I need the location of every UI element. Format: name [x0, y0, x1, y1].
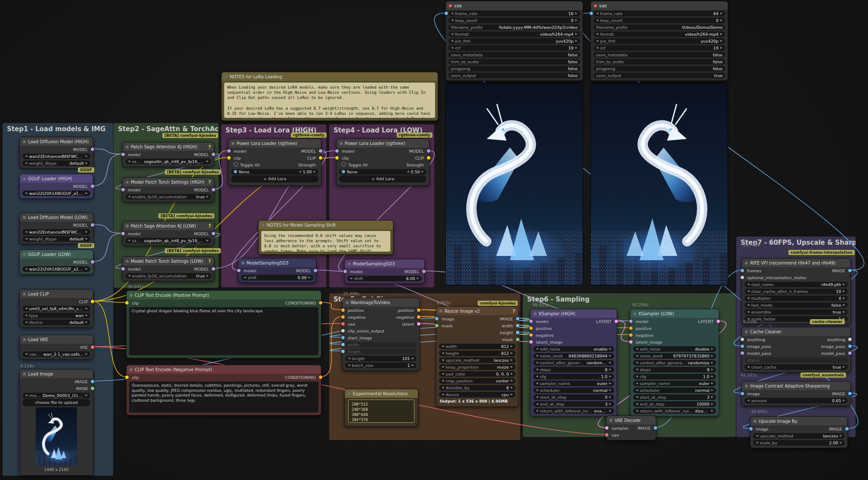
- node-model-sampling-sd3-low[interactable]: ModelSamplingSD3modelMODEL◀shift8.00▶: [344, 259, 425, 284]
- decrement-arrow-icon[interactable]: ◀: [636, 347, 638, 351]
- increment-arrow-icon[interactable]: ▶: [609, 368, 612, 371]
- output-port[interactable]: [848, 268, 852, 273]
- increment-arrow-icon[interactable]: ▶: [840, 434, 842, 437]
- widget-add_noise[interactable]: ◀add_noiseenable▶: [533, 346, 614, 352]
- increment-arrow-icon[interactable]: ▶: [86, 320, 88, 324]
- widget-save_metadata[interactable]: save_metadatafalse: [448, 52, 580, 58]
- lora-slot[interactable]: None◀0.50▶: [339, 169, 426, 175]
- widget-clear_cache_after_n_frames[interactable]: ◀clear_cache_after_n_frames10▶: [744, 289, 848, 294]
- widget-trim_to_audio[interactable]: trim_to_audiofalse: [448, 59, 580, 65]
- decrement-arrow-icon[interactable]: ◀: [636, 388, 638, 392]
- widget-start_at_step[interactable]: ◀start_at_step3▶: [633, 394, 716, 400]
- node-title-bar[interactable]: KSampler (HIGH): [531, 309, 617, 318]
- input-port[interactable]: [227, 156, 231, 160]
- widget-value[interactable]: ◀wan22I2VA14BGGUF_a14bLow...▶: [22, 266, 90, 272]
- widget-upscale_method[interactable]: ◀upscale_methodlanczos▶: [753, 433, 845, 439]
- widget-crf[interactable]: ◀crf19▶: [448, 45, 580, 51]
- node-model-patch-torch-low[interactable]: Model Patch Torch Settings (LOW)?modelMO…: [122, 256, 214, 281]
- input-port[interactable]: [529, 340, 533, 344]
- node-clip-text-encode-positive[interactable]: CLIP Text Encode (Positive Prompt)clipCO…: [126, 290, 321, 358]
- node-power-lora-loader-high[interactable]: Power Lora Loader (rgthree)modelMODELcli…: [228, 138, 321, 186]
- decrement-arrow-icon[interactable]: ◀: [596, 32, 598, 36]
- decrement-arrow-icon[interactable]: ◀: [128, 160, 130, 163]
- increment-arrow-icon[interactable]: ▶: [86, 191, 88, 195]
- output-port[interactable]: [318, 149, 323, 153]
- increment-arrow-icon[interactable]: ▶: [86, 161, 88, 165]
- node-title-bar[interactable]: Power Lora Loader (rgthree): [337, 139, 429, 148]
- group-title[interactable]: Step1 - Load models & IMG: [3, 123, 113, 135]
- increment-arrow-icon[interactable]: ▶: [511, 386, 513, 389]
- output-port[interactable]: [90, 299, 95, 304]
- increment-arrow-icon[interactable]: ▶: [609, 361, 612, 364]
- increment-arrow-icon[interactable]: ▶: [575, 46, 578, 49]
- output-port[interactable]: [211, 267, 216, 271]
- node-rife-vfi[interactable]: RIFE VFI (recommend rife47 and rife49)fr…: [741, 258, 851, 324]
- output-port[interactable]: [516, 337, 520, 342]
- output-port[interactable]: [516, 317, 520, 321]
- widget-pix_fmt[interactable]: ◀pix_fmtyuv420p▶: [593, 38, 725, 44]
- widget-enable_fp16_accumulation[interactable]: ◀enable_fp16_accumulationtrue▶: [125, 194, 211, 200]
- help-icon[interactable]: ?: [513, 309, 515, 314]
- input-port[interactable]: [237, 268, 241, 273]
- increment-arrow-icon[interactable]: ▶: [843, 365, 845, 369]
- widget-filename_prefix[interactable]: filename_prefix%date:yyyy-MM-dd%/wan22/t…: [448, 25, 580, 30]
- decrement-arrow-icon[interactable]: ◀: [636, 382, 638, 385]
- increment-arrow-icon[interactable]: ▶: [309, 276, 311, 279]
- decrement-arrow-icon[interactable]: ◀: [636, 402, 638, 406]
- decrement-arrow-icon[interactable]: ◀: [25, 320, 27, 324]
- increment-arrow-icon[interactable]: ▶: [207, 274, 209, 277]
- widget-clean_cache[interactable]: ◀clean_cachetrue▶: [744, 364, 848, 370]
- decrement-arrow-icon[interactable]: ◀: [747, 399, 749, 402]
- output-port[interactable]: [426, 156, 431, 160]
- increment-arrow-icon[interactable]: ▶: [711, 347, 714, 351]
- node-ksampler-low[interactable]: KSampler (LOW)modelLATENTpositivenegativ…: [630, 309, 719, 416]
- widget-value[interactable]: ◀wan22EnhancedNSFWCameraP...▶: [22, 229, 90, 235]
- node-title-bar[interactable]: Patch Sage Attention KJ (LOW)?: [123, 222, 214, 230]
- increment-arrow-icon[interactable]: ▶: [86, 307, 88, 310]
- increment-arrow-icon[interactable]: ▶: [511, 351, 513, 355]
- widget-upscale_method[interactable]: ◀upscale_methodlanczos▶: [439, 357, 516, 363]
- input-port[interactable]: [335, 149, 339, 153]
- decrement-arrow-icon[interactable]: ◀: [244, 276, 246, 279]
- input-port[interactable]: [629, 326, 633, 330]
- increment-arrow-icon[interactable]: ▶: [711, 368, 714, 371]
- output-port[interactable]: [848, 344, 852, 348]
- decrement-arrow-icon[interactable]: ◀: [25, 307, 27, 310]
- decrement-arrow-icon[interactable]: ◀: [596, 18, 598, 22]
- node-title-bar[interactable]: Cache Cleaner: [742, 327, 850, 336]
- node-title-bar[interactable]: NOTES for LoRa Loading: [222, 72, 438, 81]
- node-title-bar[interactable]: ModelSamplingSD3: [238, 258, 316, 267]
- decrement-arrow-icon[interactable]: ◀: [636, 375, 638, 378]
- increment-arrow-icon[interactable]: ▶: [711, 354, 714, 357]
- widget-value[interactable]: ◀umt5_xxl_fp8_e4m3fn_scaled.sa...▶: [22, 306, 90, 311]
- decrement-arrow-icon[interactable]: ◀: [536, 388, 538, 392]
- increment-arrow-icon[interactable]: ▶: [843, 283, 845, 286]
- node-title-bar[interactable]: Power Lora Loader (rgthree): [229, 139, 321, 148]
- increment-arrow-icon[interactable]: ▶: [609, 395, 612, 399]
- widget-sag...[interactable]: ◀sag...sageattn_qk_int8_pv_fp16_cuda▶: [125, 159, 211, 164]
- decrement-arrow-icon[interactable]: ◀: [25, 154, 27, 158]
- node-title-bar[interactable]: GGUF Loader (HIGH): [20, 174, 93, 183]
- node-image-contrast-adaptive-sharpening[interactable]: Image Contrast Adaptive SharpeningimageI…: [741, 381, 851, 406]
- output-port[interactable]: [313, 268, 318, 273]
- widget-weight_dtype[interactable]: ◀weight_dtypedefault▶: [22, 236, 90, 242]
- node-resize-image-v2[interactable]: Resize Image v2?imageIMAGEmaskwidthheigh…: [436, 306, 519, 407]
- increment-arrow-icon[interactable]: ▶: [417, 277, 419, 280]
- widget-frame_rate[interactable]: ◀frame_rate64▶: [593, 11, 725, 16]
- help-icon[interactable]: ?: [208, 224, 211, 228]
- input-port[interactable]: [740, 268, 744, 273]
- decrement-arrow-icon[interactable]: ◀: [536, 368, 538, 371]
- node-title-bar[interactable]: WanImageToVideo: [343, 298, 419, 307]
- input-port[interactable]: [125, 301, 129, 305]
- widget-multiplier[interactable]: ◀multiplier4▶: [744, 295, 848, 301]
- node-editor-canvas[interactable]: Step1 - Load models & IMGStep2 - SageAtt…: [0, 0, 868, 480]
- decrement-arrow-icon[interactable]: ◀: [747, 365, 749, 369]
- decrement-arrow-icon[interactable]: ◀: [25, 267, 27, 271]
- increment-arrow-icon[interactable]: ▶: [843, 303, 845, 307]
- widget-image[interactable]: ◀imageDemo_00003_(1).png▶: [22, 393, 90, 398]
- node-cache-cleaner[interactable]: Cache Cleaneranythinganythingimage_passi…: [741, 327, 851, 372]
- node-title-bar[interactable]: Load Image: [20, 369, 93, 378]
- decrement-arrow-icon[interactable]: ◀: [451, 39, 453, 43]
- node-title-bar[interactable]: Load VAE: [20, 335, 93, 344]
- widget-pix_fmt[interactable]: ◀pix_fmtyuv420p▶: [448, 38, 580, 44]
